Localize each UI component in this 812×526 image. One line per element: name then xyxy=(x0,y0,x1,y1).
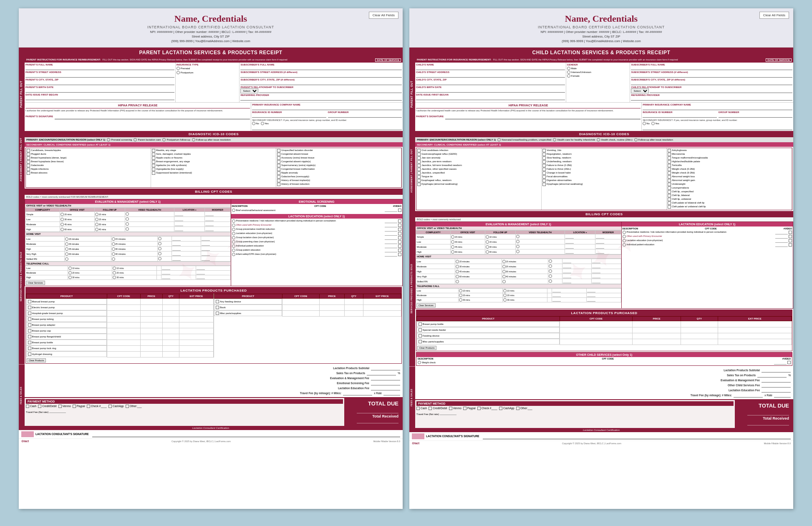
payment-method-5[interactable]: CashApp xyxy=(499,407,514,410)
condition-2-4[interactable]: Failure to thrive (2-28d) xyxy=(542,164,666,167)
clear-fields-button[interactable]: Clear All Fields xyxy=(369,12,398,19)
sig-field[interactable] xyxy=(92,431,400,437)
condition-3-0[interactable]: Ankyloglossia xyxy=(668,149,791,152)
primary-code-2[interactable]: Health check, routine (29d+) xyxy=(597,138,633,141)
lact-edu-video-1[interactable] xyxy=(398,224,401,227)
product-ext-2-0[interactable] xyxy=(363,299,401,305)
relationship-select[interactable]: Select: xyxy=(631,88,649,93)
referring-provider-field[interactable] xyxy=(240,96,402,101)
condition-1-7[interactable]: Tongue tie xyxy=(417,175,540,179)
lact-edu-video-7[interactable] xyxy=(398,249,401,252)
product-price-7[interactable] xyxy=(140,340,162,345)
product-ext-7[interactable] xyxy=(179,340,213,345)
product-cpt-1[interactable] xyxy=(107,305,141,310)
product-qty-2-0[interactable] xyxy=(344,299,363,305)
product-price-1[interactable] xyxy=(140,305,162,310)
condition-2-7[interactable]: Fecal abnormalities xyxy=(542,175,666,179)
product-qty-3[interactable] xyxy=(162,316,179,322)
child-product-price-3[interactable] xyxy=(633,339,681,345)
condition-1-2[interactable]: Breast hyperplasia (dense, large) xyxy=(27,156,150,160)
condition-2-0[interactable]: Vomiting, 2do xyxy=(542,149,666,152)
lact-edu-mins-4[interactable] xyxy=(385,236,397,240)
condition-1-3[interactable]: Jaundice, pre-term newborn xyxy=(417,160,540,164)
condition-3-3[interactable]: Congenital absent nipple(s) xyxy=(277,160,400,164)
lact-edu-video-4[interactable] xyxy=(398,236,401,239)
child-lact-mins-3[interactable] xyxy=(775,243,788,247)
lact-edu-video-2[interactable] xyxy=(398,228,401,231)
product-price-9[interactable] xyxy=(140,351,162,357)
condition-3-3[interactable]: High/arched/bubble palate xyxy=(668,160,791,164)
travel-fee-rate[interactable] xyxy=(774,393,791,398)
lact-edu-mins-8[interactable] xyxy=(385,253,397,257)
fee-field-2[interactable] xyxy=(762,378,791,383)
condition-2-3[interactable]: Breast engorgement, any stage xyxy=(152,160,275,164)
child-date-field[interactable] xyxy=(416,96,565,100)
product-price-2-2[interactable] xyxy=(320,310,345,316)
product-qty-0[interactable] xyxy=(162,299,179,305)
product-cpt-2[interactable] xyxy=(107,310,141,316)
primary-code-3[interactable]: Follow-up after issue resolution xyxy=(192,138,231,141)
condition-3-4[interactable]: Torticollis xyxy=(668,164,791,167)
product-cpt-6[interactable] xyxy=(107,334,141,340)
condition-4-0[interactable]: Abnormal weight loss xyxy=(668,175,791,179)
payment-method-2[interactable]: Venmo xyxy=(449,407,461,410)
condition-4-4[interactable]: Cleft lip, unspecified xyxy=(668,190,791,194)
fee-field-4[interactable] xyxy=(762,388,791,393)
total-due-field[interactable] xyxy=(747,410,789,415)
condition-1-6[interactable]: Jaundice, unspecified xyxy=(417,171,540,175)
condition-2-9[interactable]: Dysphagia (abnormal swallowing) xyxy=(542,183,666,186)
product-price-6[interactable] xyxy=(140,334,162,340)
child-product-ext-1[interactable] xyxy=(718,327,792,333)
condition-1-6[interactable]: Breast abscess xyxy=(27,171,150,175)
postpartum-option[interactable]: Postpartum xyxy=(177,71,239,74)
child-product-qty-0[interactable] xyxy=(681,321,718,327)
date-issue-field[interactable] xyxy=(25,96,174,100)
primary-code-1[interactable]: Health care for healthy infant/child xyxy=(553,138,595,141)
group-number-field[interactable] xyxy=(328,113,402,118)
fee-field-4[interactable] xyxy=(371,386,400,390)
product-cpt-7[interactable] xyxy=(107,340,141,345)
sub-field-input-2[interactable] xyxy=(240,81,402,85)
payment-method-2[interactable]: Venmo xyxy=(58,405,71,408)
patient-field-input-2[interactable] xyxy=(25,81,174,85)
product-qty-2-1[interactable] xyxy=(344,305,363,310)
condition-2-8[interactable]: Digestive abnormalities xyxy=(542,179,666,182)
child-lact-video-3[interactable] xyxy=(789,243,792,247)
condition-4-5[interactable]: Cleft lip, bilateral xyxy=(668,194,791,197)
condition-4-3[interactable]: Laryngomalacia xyxy=(668,186,791,190)
condition-3-2[interactable]: Tongue malformed/microglossalia xyxy=(668,156,791,160)
insurance-id-field[interactable] xyxy=(643,113,716,118)
child-product-cpt-0[interactable] xyxy=(560,321,632,327)
product-price-5[interactable] xyxy=(140,328,162,334)
lact-edu-mins-0[interactable] xyxy=(385,219,397,223)
insurance-id-field[interactable] xyxy=(252,113,326,118)
group-number-field[interactable] xyxy=(719,113,792,118)
clear-products-button[interactable]: Clear Products xyxy=(27,358,46,362)
child-product-price-0[interactable] xyxy=(633,321,681,327)
lact-edu-video-5[interactable] xyxy=(398,240,401,244)
primary-code-1[interactable]: Parent lactation care xyxy=(134,138,161,141)
condition-1-4[interactable]: Galactocele xyxy=(27,164,150,167)
payment-method-0[interactable]: Cash xyxy=(416,407,427,410)
child-product-qty-2[interactable] xyxy=(681,333,718,339)
product-price-3[interactable] xyxy=(140,316,162,322)
condition-2-4[interactable]: Agalactia (no milk synthesis) xyxy=(152,164,275,167)
total-received-field[interactable] xyxy=(357,418,398,423)
condition-2-1[interactable]: Sore, damaged, cracked nipples xyxy=(152,153,275,156)
fee-field-1[interactable] xyxy=(367,371,396,375)
product-cpt-2-2[interactable] xyxy=(282,310,319,316)
signature-field[interactable] xyxy=(55,113,250,119)
condition-2-6[interactable]: Suppressed lactation (intentional) xyxy=(152,171,275,175)
product-cpt-0[interactable] xyxy=(107,299,141,305)
product-cpt-4[interactable] xyxy=(107,322,141,328)
child-field-input-1[interactable] xyxy=(416,73,565,78)
condition-1-5[interactable]: Jaundice, other specified causes xyxy=(417,168,540,171)
product-ext-9[interactable] xyxy=(179,351,213,357)
condition-3-6[interactable]: Weight check (9-28d) xyxy=(668,171,791,175)
payment-method-4[interactable]: Check #____ xyxy=(477,407,497,410)
fee-field-0[interactable] xyxy=(762,368,791,372)
product-qty-2[interactable] xyxy=(162,310,179,316)
condition-1-0[interactable]: Oral candidiasis infection xyxy=(417,149,540,152)
product-ext-5[interactable] xyxy=(179,328,213,334)
condition-1-9[interactable]: Dysphagia (abnormal swallowing) xyxy=(417,183,540,186)
